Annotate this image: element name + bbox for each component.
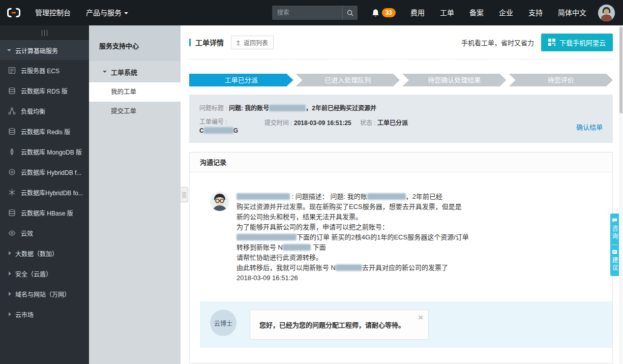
ecs-icon xyxy=(8,67,16,74)
sidebar-section-domains[interactable]: 域名与网站（万网） xyxy=(0,284,89,304)
redacted-text xyxy=(236,234,296,240)
close-icon[interactable]: × xyxy=(418,313,423,322)
alibaba-cloud-logo[interactable] xyxy=(0,7,27,18)
communication-body: : 问题描述： 问题: 我的账，2年前已经 购买过资源并开过发票。现在新购买了E… xyxy=(190,172,612,363)
support-sidebar: 服务支持中心 工单系统 我的工单 提交工单 xyxy=(89,25,181,364)
sidebar-section-label: 大数据（数加） xyxy=(15,249,58,258)
consult-tab[interactable]: 咨询 xyxy=(610,218,619,240)
search-input[interactable] xyxy=(272,9,342,16)
sidebar-item-hbase[interactable]: 云数据库 HBase 版 xyxy=(0,202,89,223)
suggest-tab[interactable]: 建议 xyxy=(610,249,619,272)
message-line: 请帮忙协助进行此资源转移。 xyxy=(236,253,469,263)
communication-panel: 沟通记录 : xyxy=(189,152,613,363)
download-app-button[interactable]: 下载手机阿里云 xyxy=(541,34,613,51)
scrollbar-thumb[interactable] xyxy=(619,27,622,113)
page-scrollbar xyxy=(619,25,623,364)
notifications-button[interactable]: 33 xyxy=(365,8,403,17)
sidebar-section-label: 安全（云盾） xyxy=(15,269,52,278)
submit-time-label: 提交时间 : xyxy=(264,119,294,127)
load-balancer-icon xyxy=(8,107,16,115)
sidebar-item-ecs[interactable]: 云服务器 ECS xyxy=(0,60,89,80)
system-reply-bubble: 您好，已经为您的问题分配工程师，请耐心等待。 × xyxy=(250,310,429,340)
sidebar-section-cloud-basics[interactable]: 云计算基础服务 xyxy=(0,41,89,60)
sidebar-section-marketplace[interactable]: 云市场 xyxy=(0,304,89,324)
sidebar-item-label: 云数据库 HybridDB f... xyxy=(21,168,81,176)
mongodb-icon xyxy=(8,148,16,156)
ticket-title-value: 问题: 我的账号，2年前已经购买过资源并 xyxy=(229,105,376,112)
sidebar-section-bigdata[interactable]: 大数据（数加） xyxy=(0,243,89,263)
suggest-tab-label: 建议 xyxy=(610,257,619,272)
nav-item-support[interactable]: 支持 xyxy=(521,0,550,25)
status-value: 工单已分派 xyxy=(377,119,408,127)
sidebar-section-label: 云市场 xyxy=(15,310,34,319)
sidebar-item-hybriddb-1[interactable]: 云数据库 HybridDB f... xyxy=(0,162,89,182)
nav-item-language[interactable]: 简体中文 xyxy=(550,0,594,25)
global-search xyxy=(272,6,358,20)
sidebar-item-redis[interactable]: 云数据库 Redis 版 xyxy=(0,121,89,141)
sidebar-section-label: 云计算基础服务 xyxy=(15,46,58,55)
dashed-separator xyxy=(189,59,613,59)
consult-tab-label: 咨询 xyxy=(610,225,619,240)
side-tab-divider xyxy=(612,245,617,245)
ticket-info-box: 问题标题 : 问题: 我的账号，2年前已经购买过资源并 工单编号 : CG 提交… xyxy=(189,95,613,143)
message-line: 转移到新账号 N 下面 xyxy=(236,242,469,253)
top-navbar: 管理控制台 产品与服务 33 费用 工单 备案 企业 支持 简体中文 xyxy=(0,0,623,25)
search-icon xyxy=(347,10,353,16)
customer-avatar-image xyxy=(210,192,229,211)
hybriddb-icon xyxy=(8,168,16,176)
sidebar-item-label: 云服务器 ECS xyxy=(21,66,60,75)
products-menu-label: 产品与服务 xyxy=(86,9,122,17)
sidebar-item-hybriddb-2[interactable]: 云数据库HybridDB fo... xyxy=(0,182,89,202)
submit-time-value: 2018-03-09 16:51:25 xyxy=(294,119,351,127)
page-title: 工单详情 xyxy=(195,37,224,47)
back-to-list-button[interactable]: 返回列表 xyxy=(231,36,274,49)
redacted-text xyxy=(367,193,406,200)
ticket-number: 工单编号 : CG xyxy=(199,118,264,135)
nav-item-billing[interactable]: 费用 xyxy=(403,0,432,25)
ticket-title-row: 问题标题 : 问题: 我的账号，2年前已经购买过资源并 xyxy=(199,103,603,112)
sidebar-item-my-tickets[interactable]: 我的工单 xyxy=(89,82,181,102)
products-menu[interactable]: 产品与服务 xyxy=(78,0,136,25)
redacted-text xyxy=(283,244,311,251)
customer-message: : 问题描述： 问题: 我的账，2年前已经 购买过资源并开过发票。现在新购买了E… xyxy=(210,192,602,283)
sidebar-item-yunxiao[interactable]: 云效 xyxy=(0,223,89,243)
search-button[interactable] xyxy=(342,6,358,20)
confirm-close-link[interactable]: 确认结单 xyxy=(576,122,603,132)
qr-code-icon xyxy=(548,39,555,46)
sidebar-item-rds[interactable]: 云数据库 RDS 版 xyxy=(0,80,89,101)
rds-icon xyxy=(8,87,16,95)
sidebar-item-mongodb[interactable]: 云数据库 MongoDB 版 xyxy=(0,141,89,162)
sidebar-item-slb[interactable]: 负载均衡 xyxy=(0,101,89,121)
sidebar-section-label: 域名与网站（万网） xyxy=(15,290,70,298)
message-line: 为了能够开具新公司的发票，申请可以把之前账号： xyxy=(236,222,469,232)
sidebar-item-submit-ticket[interactable]: 提交工单 xyxy=(89,102,181,121)
main-content: 工单详情 返回列表 手机看工单，省时又省力 下载手机阿里云 工单已分派 已进入处… xyxy=(181,25,623,364)
ticket-system-group[interactable]: 工单系统 xyxy=(89,61,181,82)
title-accent-bar xyxy=(189,39,191,46)
message-timestamp: 2018-03-09 16:51:26 xyxy=(236,273,469,283)
sidebar-item-label: 云效 xyxy=(21,229,33,237)
console-home-link[interactable]: 管理控制台 xyxy=(27,0,78,25)
ticket-system-label: 工单系统 xyxy=(111,67,137,77)
user-avatar[interactable] xyxy=(598,5,615,21)
redacted-text xyxy=(236,193,290,200)
sidebar-section-security[interactable]: 安全（云盾） xyxy=(0,263,89,284)
product-sidebar: 云计算基础服务 云服务器 ECS 云数据库 RDS 版 负载均衡 云数据库 Re… xyxy=(0,25,89,364)
hybriddb-postgres-icon xyxy=(8,189,16,196)
customer-message-text: : 问题描述： 问题: 我的账，2年前已经 购买过资源并开过发票。现在新购买了E… xyxy=(236,192,469,283)
panel-collapse-handle[interactable] xyxy=(181,187,188,202)
nav-item-icp[interactable]: 备案 xyxy=(462,0,491,25)
ticket-status: 状态 : 工单已分派 xyxy=(360,118,408,127)
support-center-title: 服务支持中心 xyxy=(89,25,181,61)
sidebar-collapse-toggle[interactable] xyxy=(0,25,89,41)
chevron-down-icon xyxy=(124,12,128,14)
nav-item-enterprise[interactable]: 企业 xyxy=(491,0,521,25)
step-rate: 待您评价 xyxy=(509,74,613,86)
ticket-title-label: 问题标题 : xyxy=(199,105,229,112)
return-icon xyxy=(235,40,241,45)
user-avatar-image xyxy=(598,5,615,21)
customer-avatar xyxy=(210,192,229,211)
redacted-text xyxy=(204,127,233,134)
ticket-progress-steps: 工单已分派 已进入处理队列 待您确认处理结果 待您评价 xyxy=(189,74,613,86)
nav-item-tickets[interactable]: 工单 xyxy=(432,0,462,25)
